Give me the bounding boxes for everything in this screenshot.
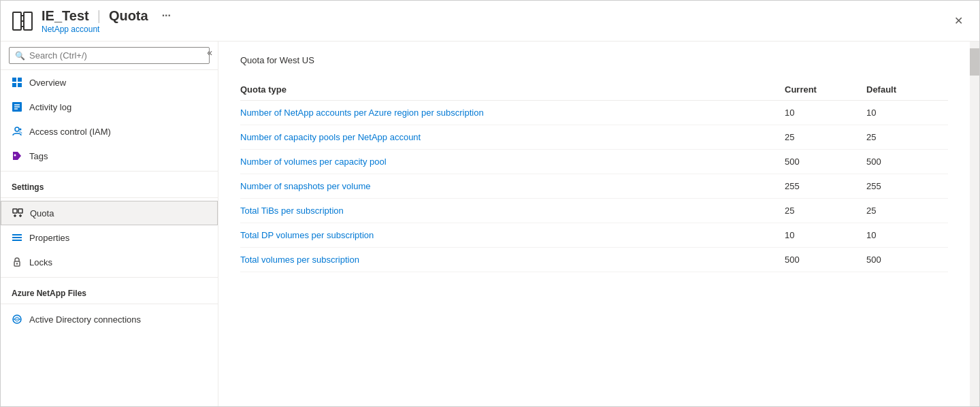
default-cell: 10 <box>866 101 948 125</box>
scrollbar-thumb[interactable] <box>970 48 979 76</box>
sidebar-item-iam[interactable]: Access control (IAM) <box>1 119 218 144</box>
svg-rect-23 <box>12 237 22 238</box>
locks-icon <box>12 257 22 267</box>
nav-divider-settings <box>1 197 218 198</box>
col-default: Default <box>866 79 948 101</box>
quota-type-cell[interactable]: Number of capacity pools per NetApp acco… <box>240 125 785 150</box>
svg-point-13 <box>15 127 19 131</box>
activity-icon <box>12 101 22 112</box>
page-title: Quota <box>109 8 148 24</box>
svg-rect-22 <box>12 234 22 235</box>
nav-divider-netapp <box>1 304 218 304</box>
ad-icon <box>12 314 22 325</box>
default-cell: 500 <box>866 150 948 174</box>
svg-rect-17 <box>18 209 22 213</box>
header-subtitle: NetApp account <box>42 25 171 34</box>
table-row: Total TiBs per subscription2525 <box>240 199 948 223</box>
quota-table: Quota type Current Default Number of Net… <box>240 79 948 272</box>
table-row: Total DP volumes per subscription1010 <box>240 223 948 248</box>
sidebar-item-locks[interactable]: Locks <box>1 250 218 274</box>
sidebar-navigation: Overview Activity log <box>1 70 218 406</box>
svg-rect-7 <box>12 83 16 87</box>
svg-rect-0 <box>13 12 21 30</box>
table-row: Number of snapshots per volume255255 <box>240 174 948 199</box>
table-row: Number of NetApp accounts per Azure regi… <box>240 101 948 125</box>
svg-point-14 <box>20 129 22 131</box>
iam-icon <box>12 126 22 137</box>
sidebar-item-overview-label: Overview <box>29 78 66 88</box>
close-button[interactable]: ✕ <box>949 12 968 30</box>
sidebar-item-overview[interactable]: Overview <box>1 70 218 95</box>
sidebar-item-properties-label: Properties <box>29 233 69 243</box>
sidebar-item-active-directory[interactable]: Active Directory connections <box>1 307 218 331</box>
sidebar-item-iam-label: Access control (IAM) <box>29 127 111 137</box>
header-separator: | <box>97 8 101 24</box>
svg-rect-8 <box>18 83 22 87</box>
table-row: Number of volumes per capacity pool50050… <box>240 150 948 174</box>
svg-rect-24 <box>12 240 22 241</box>
nav-divider-1 <box>1 171 218 172</box>
svg-point-26 <box>16 263 18 264</box>
quota-type-cell[interactable]: Total volumes per subscription <box>240 248 785 272</box>
quota-icon <box>12 208 23 218</box>
search-input[interactable] <box>29 50 203 61</box>
svg-rect-6 <box>18 78 22 82</box>
sidebar-item-locks-label: Locks <box>29 257 52 267</box>
current-cell: 500 <box>785 248 866 272</box>
sidebar-item-activity-log-label: Activity log <box>29 102 71 112</box>
sidebar: 🔍 « Overview <box>1 42 218 406</box>
sidebar-item-properties[interactable]: Properties <box>1 225 218 250</box>
sidebar-item-active-directory-label: Active Directory connections <box>29 314 141 325</box>
quota-type-cell[interactable]: Number of volumes per capacity pool <box>240 150 785 174</box>
default-cell: 10 <box>866 223 948 248</box>
collapse-button[interactable]: « <box>207 47 212 58</box>
settings-section-header: Settings <box>1 174 218 195</box>
quota-type-cell[interactable]: Total DP volumes per subscription <box>240 223 785 248</box>
header-title-group: IE_Test | Quota ··· NetApp account <box>42 8 171 34</box>
col-current: Current <box>785 79 866 101</box>
sidebar-item-tags[interactable]: Tags <box>1 144 218 168</box>
default-cell: 255 <box>866 174 948 199</box>
current-cell: 500 <box>785 150 866 174</box>
nav-divider-2 <box>1 277 218 278</box>
sidebar-search-area: 🔍 <box>1 42 218 70</box>
sidebar-item-quota[interactable]: Quota <box>1 201 218 225</box>
overview-icon <box>12 77 22 88</box>
resource-icon <box>12 10 33 32</box>
resource-name: IE_Test <box>42 8 89 24</box>
main-content: Quota for West US Quota type Current Def… <box>218 42 970 406</box>
sidebar-item-activity-log[interactable]: Activity log <box>1 95 218 119</box>
properties-icon <box>12 232 22 243</box>
current-cell: 255 <box>785 174 866 199</box>
quota-type-cell[interactable]: Number of NetApp accounts per Azure regi… <box>240 101 785 125</box>
svg-rect-5 <box>12 78 16 82</box>
header: IE_Test | Quota ··· NetApp account ✕ <box>1 1 979 42</box>
region-title: Quota for West US <box>240 55 948 65</box>
search-icon: 🔍 <box>15 51 25 61</box>
tags-icon <box>12 150 22 161</box>
default-cell: 25 <box>866 125 948 150</box>
table-row: Number of capacity pools per NetApp acco… <box>240 125 948 150</box>
azure-netapp-section-header: Azure NetApp Files <box>1 280 218 301</box>
current-cell: 10 <box>785 101 866 125</box>
default-cell: 25 <box>866 199 948 223</box>
search-box[interactable]: 🔍 <box>9 47 210 64</box>
current-cell: 10 <box>785 223 866 248</box>
more-button[interactable]: ··· <box>162 10 171 22</box>
svg-rect-1 <box>24 12 32 30</box>
table-row: Total volumes per subscription500500 <box>240 248 948 272</box>
sidebar-item-tags-label: Tags <box>29 151 48 161</box>
quota-type-cell[interactable]: Total TiBs per subscription <box>240 199 785 223</box>
svg-rect-16 <box>13 209 17 213</box>
scrollbar-track[interactable] <box>970 42 979 406</box>
sidebar-item-quota-label: Quota <box>30 208 54 218</box>
svg-point-15 <box>14 154 16 157</box>
default-cell: 500 <box>866 248 948 272</box>
current-cell: 25 <box>785 125 866 150</box>
current-cell: 25 <box>785 199 866 223</box>
quota-type-cell[interactable]: Number of snapshots per volume <box>240 174 785 199</box>
col-quota-type: Quota type <box>240 79 785 101</box>
